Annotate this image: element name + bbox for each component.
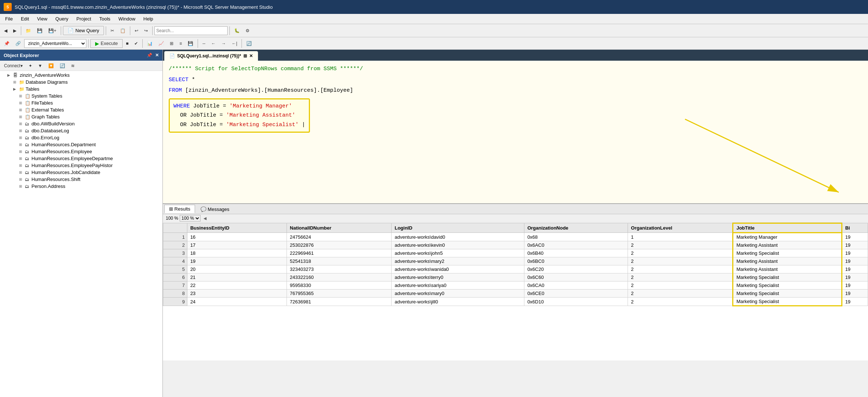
oe-pin-icon[interactable]: 📌 bbox=[147, 53, 152, 58]
save-all-button[interactable]: 💾+ bbox=[46, 27, 59, 35]
undo-button[interactable]: ↩ bbox=[132, 27, 141, 35]
expand-icon[interactable]: ⊞ bbox=[19, 94, 25, 98]
menu-edit[interactable]: Edit bbox=[17, 15, 33, 23]
tree-item[interactable]: ⊞ 📋 FileTables bbox=[0, 99, 162, 106]
expand-icon[interactable]: ⊞ bbox=[19, 177, 25, 181]
menu-query[interactable]: Query bbox=[52, 15, 72, 23]
redo-button[interactable]: ↪ bbox=[142, 27, 150, 35]
execute-button[interactable]: ▶ Execute bbox=[90, 39, 123, 48]
tree-item[interactable]: ⊞ 📋 External Tables bbox=[0, 106, 162, 113]
results-text-button[interactable]: ≡ bbox=[177, 39, 184, 48]
connect-button[interactable]: 🔗 bbox=[13, 39, 23, 48]
save-button[interactable]: 💾 bbox=[34, 27, 45, 35]
tree-item[interactable]: ⊞ 🗂 dbo.AWBuildVersion bbox=[0, 120, 162, 127]
col-header-loginid[interactable]: LoginID bbox=[392, 223, 524, 233]
col-header-bi[interactable]: Bi bbox=[842, 223, 868, 233]
tree-item[interactable]: ▶ 📁 Tables bbox=[0, 86, 162, 92]
expand-icon[interactable]: ⊞ bbox=[19, 150, 25, 154]
uncomment-button[interactable]: ← bbox=[209, 39, 218, 48]
table-row[interactable]: 1 16 24756624 adventure-works\david0 0x6… bbox=[163, 233, 868, 241]
expand-icon[interactable]: ⊞ bbox=[19, 129, 25, 133]
tab-close-icon[interactable]: ✕ bbox=[249, 53, 253, 58]
forward-button[interactable]: ▶ bbox=[11, 27, 19, 35]
table-row[interactable]: 5 20 323403273 adventure-works\wanida0 0… bbox=[163, 265, 868, 273]
menu-project[interactable]: Project bbox=[73, 15, 95, 23]
table-row[interactable]: 8 23 767955365 adventure-works\mary0 0x6… bbox=[163, 290, 868, 298]
oe-connect-button[interactable]: Connect▾ bbox=[1, 62, 25, 70]
indent-button[interactable]: → bbox=[219, 39, 228, 48]
menu-file[interactable]: File bbox=[1, 15, 16, 23]
tree-item[interactable]: ⊞ 📋 Graph Tables bbox=[0, 113, 162, 120]
oe-summary-button[interactable]: ≋ bbox=[68, 62, 77, 70]
expand-icon[interactable]: ⊞ bbox=[19, 122, 25, 126]
results-tab-results[interactable]: ⊞ Results bbox=[164, 205, 195, 213]
menu-tools[interactable]: Tools bbox=[96, 15, 114, 23]
expand-icon[interactable]: ⊞ bbox=[19, 108, 25, 112]
table-row[interactable]: 9 24 72636981 adventure-works\jill0 0x6D… bbox=[163, 298, 868, 306]
col-header-nationalidnumber[interactable]: NationalIDNumber bbox=[287, 223, 392, 233]
menu-view[interactable]: View bbox=[33, 15, 51, 23]
table-row[interactable]: 6 21 243322160 adventure-works\terry0 0x… bbox=[163, 273, 868, 281]
expand-icon[interactable]: ▶ bbox=[7, 73, 13, 77]
debug-button[interactable]: 🐛 bbox=[232, 27, 242, 35]
expand-icon[interactable]: ⊞ bbox=[19, 184, 25, 188]
expand-icon[interactable]: ⊞ bbox=[19, 163, 25, 167]
tree-item[interactable]: ⊞ 🗂 HumanResources.JobCandidate bbox=[0, 169, 162, 176]
database-selector[interactable]: zinzin_AdventureWo... bbox=[24, 39, 86, 48]
properties-button[interactable]: ⚙ bbox=[243, 27, 252, 35]
paste-button[interactable]: 📋 bbox=[117, 27, 128, 35]
col-header-businessentityid[interactable]: BusinessEntityID bbox=[187, 223, 287, 233]
tree-item[interactable]: ⊞ 🗂 HumanResources.Department bbox=[0, 141, 162, 148]
expand-icon[interactable]: ▶ bbox=[13, 87, 19, 91]
copy-button[interactable]: ✂ bbox=[108, 27, 117, 35]
include-actual-button[interactable]: 📈 bbox=[156, 39, 167, 48]
expand-icon[interactable]: ⊞ bbox=[19, 101, 25, 105]
expand-icon[interactable]: ⊞ bbox=[19, 115, 25, 119]
tree-item[interactable]: ⊞ 🗂 HumanResources.EmployeeDepartme bbox=[0, 155, 162, 162]
expand-icon[interactable]: ⊞ bbox=[19, 156, 25, 160]
parse-button[interactable]: ✔ bbox=[132, 39, 141, 48]
pin-button[interactable]: 📌 bbox=[1, 39, 12, 48]
outdent-button[interactable]: ←| bbox=[229, 39, 240, 48]
comment-button[interactable]: -- bbox=[200, 39, 208, 48]
tab-pin-icon[interactable]: ⊞ bbox=[243, 53, 247, 58]
expand-icon[interactable]: ⊞ bbox=[19, 170, 25, 174]
oe-filter-icon[interactable]: 🔽 bbox=[46, 62, 56, 70]
table-row[interactable]: 2 17 253022876 adventure-works\kevin0 0x… bbox=[163, 241, 868, 249]
tree-item[interactable]: ⊞ 📋 System Tables bbox=[0, 92, 162, 99]
open-button[interactable]: 📁 bbox=[23, 27, 34, 35]
code-editor[interactable]: /****** Script for SelectTopNRows comman… bbox=[163, 61, 868, 203]
expand-icon[interactable]: ⊞ bbox=[19, 143, 25, 147]
table-row[interactable]: 7 22 95958330 adventure-works\sariya0 0x… bbox=[163, 281, 868, 290]
oe-refresh-button[interactable]: 🔄 bbox=[57, 62, 68, 70]
menu-help[interactable]: Help bbox=[140, 15, 157, 23]
oe-filter-button[interactable]: ▼ bbox=[35, 62, 45, 70]
results-file-button[interactable]: 💾 bbox=[185, 39, 196, 48]
table-row[interactable]: 4 19 52541318 adventure-works\mary2 0x6B… bbox=[163, 257, 868, 265]
expand-icon[interactable]: ⊞ bbox=[13, 80, 19, 84]
display-estimated-button[interactable]: 📊 bbox=[145, 39, 155, 48]
back-button[interactable]: ◀ bbox=[1, 27, 10, 35]
tree-item[interactable]: ⊞ 🗂 Person.Address bbox=[0, 183, 162, 190]
tree-item[interactable]: ▶ 🗄 zinzin_AdventureWorks bbox=[0, 72, 162, 79]
col-header-organizationnode[interactable]: OrganizationNode bbox=[524, 223, 628, 233]
stop-button[interactable]: ■ bbox=[123, 39, 131, 48]
col-header-organizationlevel[interactable]: OrganizationLevel bbox=[628, 223, 733, 233]
tree-item[interactable]: ⊞ 🗂 dbo.ErrorLog bbox=[0, 134, 162, 141]
tree-item[interactable]: ⊞ 🗂 HumanResources.EmployeePayHistor bbox=[0, 162, 162, 169]
tree-item[interactable]: ⊞ 🗂 dbo.DatabaseLog bbox=[0, 127, 162, 134]
tree-item[interactable]: ⊞ 🗂 HumanResources.Employee bbox=[0, 148, 162, 155]
tree-item[interactable]: ⊞ 📁 Database Diagrams bbox=[0, 79, 162, 86]
expand-icon[interactable]: ⊞ bbox=[19, 136, 25, 140]
transactions-button[interactable]: 🔄 bbox=[244, 39, 254, 48]
tree-item[interactable]: ⊞ 🗂 HumanResources.Shift bbox=[0, 176, 162, 183]
search-input[interactable] bbox=[154, 26, 228, 35]
new-query-button[interactable]: 📄 New Query bbox=[63, 26, 104, 35]
menu-window[interactable]: Window bbox=[115, 15, 139, 23]
table-row[interactable]: 3 18 222969461 adventure-works\john5 0x6… bbox=[163, 249, 868, 257]
active-tab[interactable]: 📄 SQLQuery1.sql...inzinsql (75))* ⊞ ✕ bbox=[164, 51, 258, 61]
oe-close-icon[interactable]: ✕ bbox=[155, 53, 159, 58]
results-table-container[interactable]: BusinessEntityID NationalIDNumber LoginI… bbox=[163, 223, 868, 360]
zoom-select[interactable]: 100 % 75 % 125 % bbox=[180, 215, 201, 222]
results-grid-button[interactable]: ⊞ bbox=[167, 39, 176, 48]
